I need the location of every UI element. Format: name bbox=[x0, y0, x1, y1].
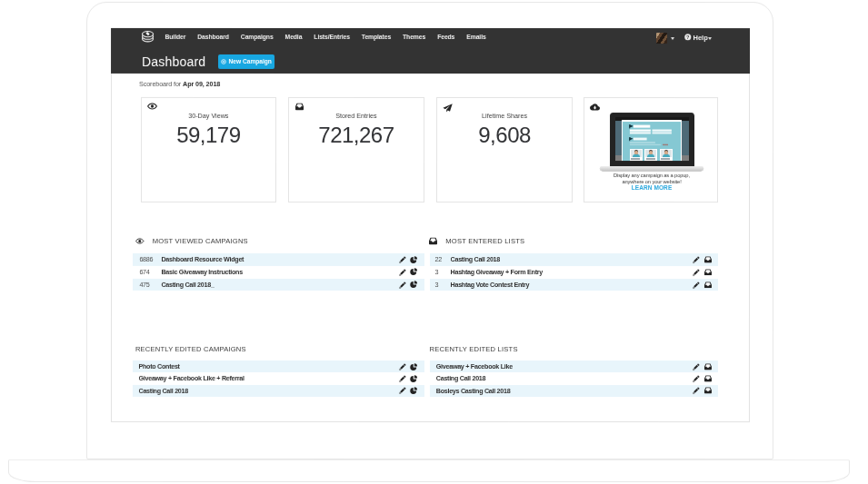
svg-text:?: ? bbox=[686, 35, 689, 40]
